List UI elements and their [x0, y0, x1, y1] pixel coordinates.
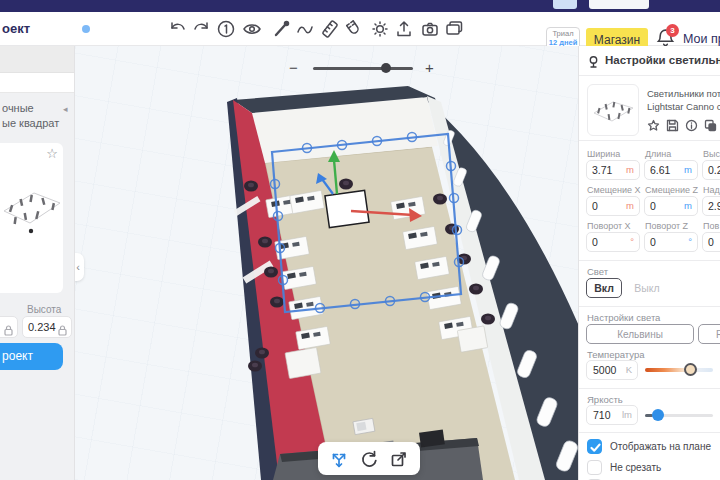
offset-z-input[interactable]: 0m	[644, 196, 698, 216]
topbar-clipped-element	[553, 0, 577, 9]
rotate-x-input[interactable]: 0°	[586, 232, 640, 252]
zoom-out-button[interactable]: −	[289, 58, 298, 78]
brightness-slider[interactable]	[645, 414, 713, 417]
scene-3d[interactable]	[75, 46, 578, 480]
zoom-slider[interactable]	[313, 67, 413, 70]
move-tool-icon[interactable]	[329, 449, 349, 469]
draw-pen-icon[interactable]	[272, 19, 292, 39]
temperature-value: 5000	[593, 364, 616, 376]
snapshot-camera-icon[interactable]	[420, 19, 440, 39]
above-floor-input[interactable]: 2.9	[702, 196, 720, 216]
unit: m	[626, 197, 634, 215]
notifications-badge: 3	[666, 24, 679, 37]
sidebar-collapse-button[interactable]: ‹	[75, 253, 84, 281]
rotate-z-input[interactable]: 0°	[644, 232, 698, 252]
checkbox-label: Отображать на плане	[610, 441, 711, 452]
rotate-tool-icon[interactable]	[359, 449, 379, 469]
height-field-label: Высота	[27, 304, 61, 315]
clipped-dimension-input[interactable]	[0, 316, 18, 338]
dim-label: Смещение Z	[645, 185, 698, 195]
favorite-star-icon[interactable]: ☆	[46, 146, 58, 161]
product-thumbnail	[587, 84, 639, 136]
scene-viewport[interactable]: − + ‹	[75, 46, 578, 480]
magnet-icon[interactable]	[344, 19, 364, 39]
product-card[interactable]: ☆	[0, 143, 63, 293]
offset-x-input[interactable]: 0m	[586, 196, 640, 216]
zoom-in-button[interactable]: +	[425, 58, 434, 78]
temperature-slider-handle[interactable]	[684, 363, 697, 376]
favorite-star-icon[interactable]	[647, 118, 660, 131]
info-icon[interactable]	[685, 118, 698, 131]
catalog-sidebar: очные ые квадрат ◂ ☆ Высота	[0, 46, 75, 480]
width-input[interactable]: 3.71m	[586, 160, 640, 180]
dim-label: Над	[703, 185, 720, 195]
value: 0	[708, 236, 714, 248]
lighting-sun-icon[interactable]	[370, 19, 390, 39]
add-to-project-button[interactable]: роект	[0, 343, 63, 370]
rotate-y-input[interactable]: 0	[702, 232, 720, 252]
lock-icon[interactable]	[58, 322, 67, 333]
product-thumbnail-sketch	[0, 171, 63, 266]
temperature-input[interactable]: 5000 K	[586, 360, 638, 380]
unit: m	[684, 161, 692, 179]
checkbox-label: Не срезать	[610, 462, 661, 473]
divider	[579, 260, 720, 261]
brightness-label: Яркость	[587, 394, 623, 405]
render-gallery-icon[interactable]	[444, 19, 464, 39]
brightness-slider-handle[interactable]	[652, 409, 664, 421]
dim-label: Выс	[703, 149, 720, 159]
main-toolbar: оект Триал 12 дней Магазин 3 Мои пр	[0, 12, 720, 46]
height-input[interactable]: 0.23	[702, 160, 720, 180]
temperature-slider[interactable]	[645, 368, 713, 372]
unit: m	[684, 197, 692, 215]
value: 0	[592, 200, 598, 212]
lock-icon[interactable]	[4, 322, 13, 333]
redo-icon[interactable]	[191, 19, 211, 39]
pin-icon[interactable]	[587, 54, 600, 67]
my-projects-link[interactable]: Мои пр	[683, 32, 720, 46]
first-person-view-icon[interactable]	[216, 19, 236, 39]
freehand-wave-icon[interactable]	[295, 19, 315, 39]
zoom-control: − +	[289, 58, 435, 78]
product-actions	[647, 118, 717, 131]
measure-ruler-icon[interactable]	[320, 19, 340, 39]
panel-title: Настройки светильника	[605, 54, 720, 66]
checkbox-icon[interactable]	[587, 439, 602, 454]
unit: °	[688, 233, 692, 251]
visibility-icon[interactable]	[242, 19, 262, 39]
catalog-search-row[interactable]	[0, 73, 75, 93]
checkbox-show-on-plan[interactable]: Отображать на плане	[587, 439, 717, 455]
brightness-value: 710	[593, 409, 611, 421]
category-collapse-icon[interactable]: ◂	[63, 104, 68, 114]
product-name-line2: Lightstar Canno се	[647, 100, 720, 113]
value: 0	[650, 200, 656, 212]
export-upload-icon[interactable]	[394, 19, 414, 39]
dim-label: Поворот X	[587, 221, 631, 231]
light-off-button[interactable]: Выкл	[629, 278, 665, 298]
tab-kelvin[interactable]: Кельвины	[586, 324, 694, 344]
temperature-label: Температура	[587, 349, 645, 360]
app-window: оект Триал 12 дней Магазин 3 Мои пр очны…	[0, 0, 720, 480]
top-navy-bar	[0, 0, 720, 12]
dim-label: Пов	[703, 221, 719, 231]
undo-icon[interactable]	[168, 19, 188, 39]
divider	[579, 306, 720, 307]
unit: °	[630, 233, 634, 251]
height-input[interactable]: 0.234	[22, 316, 72, 338]
panel-header: Настройки светильника	[579, 46, 720, 76]
gizmo-anchor-box[interactable]	[325, 190, 369, 227]
scale-tool-icon[interactable]	[389, 449, 409, 469]
value: 0	[650, 236, 656, 248]
duplicate-icon[interactable]	[704, 118, 717, 131]
topbar-clipped-element	[589, 0, 649, 9]
checkbox-no-cut[interactable]: Не срезать	[587, 460, 717, 476]
light-settings-label: Настройки света	[587, 312, 660, 323]
divider	[579, 140, 720, 141]
light-on-button[interactable]: Вкл	[586, 278, 622, 298]
save-icon[interactable]	[666, 118, 679, 131]
checkbox-icon[interactable]	[587, 460, 602, 475]
tab-rgb[interactable]: RGB	[698, 324, 720, 344]
brightness-input[interactable]: 710 lm	[586, 405, 638, 425]
length-input[interactable]: 6.61m	[644, 160, 698, 180]
zoom-slider-handle[interactable]	[381, 63, 391, 73]
